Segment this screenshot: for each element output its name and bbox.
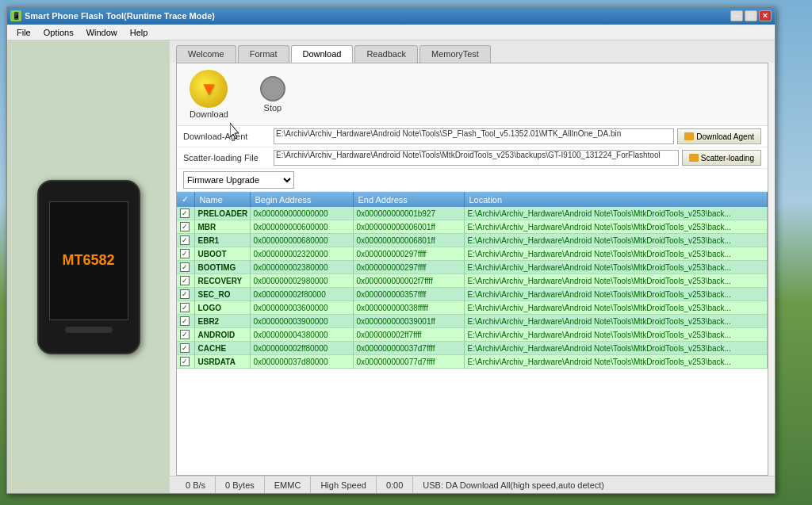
- download-agent-button[interactable]: Download Agent: [677, 128, 761, 144]
- row-end: 0x000000000357ffff: [353, 288, 464, 301]
- row-checkbox[interactable]: ✓: [177, 355, 194, 369]
- col-begin: Begin Address: [250, 192, 353, 207]
- table-row: ✓ ANDROID 0x000000004380000 0x000000002f…: [177, 328, 768, 342]
- status-mode: High Speed: [311, 476, 377, 493]
- row-location: E:\Archiv\Archiv_Hardware\Android Note\T…: [464, 220, 768, 234]
- table-row: ✓ BOOTIMG 0x000000002380000 0x0000000002…: [177, 261, 768, 274]
- table-row: ✓ EBR1 0x000000000680000 0x0000000000068…: [177, 234, 768, 247]
- window-title: Smart Phone Flash Tool(Runtime Trace Mod…: [25, 11, 730, 21]
- phone-panel: MT6582: [7, 40, 170, 493]
- row-name: CACHE: [194, 342, 250, 355]
- tab-readback[interactable]: Readback: [354, 45, 418, 63]
- status-time: 0:00: [377, 476, 413, 493]
- table-row: ✓ MBR 0x000000000600000 0x00000000000600…: [177, 220, 768, 234]
- download-agent-label: Download-Agent: [183, 132, 270, 141]
- partition-table-element: ✓ Name Begin Address End Address Locatio…: [177, 192, 768, 369]
- status-storage: EMMC: [265, 476, 312, 493]
- app-icon: 📱: [10, 10, 21, 21]
- tab-bar: Welcome Format Download Readback MemoryT…: [170, 40, 775, 63]
- row-checkbox[interactable]: ✓: [177, 220, 194, 234]
- table-row: ✓ USRDATA 0x000000037d80000 0x0000000000…: [177, 355, 768, 369]
- status-usb: USB: DA Download All(high speed,auto det…: [413, 476, 768, 493]
- minimize-button[interactable]: ─: [730, 10, 743, 21]
- stop-circle: [260, 76, 285, 101]
- download-agent-input[interactable]: E:\Archiv\Archiv_Hardware\Android Note\T…: [274, 128, 674, 144]
- row-checkbox[interactable]: ✓: [177, 342, 194, 355]
- status-speed: 0 B/s: [176, 476, 216, 493]
- row-checkbox[interactable]: ✓: [177, 301, 194, 315]
- phone-screen: MT6582: [49, 201, 128, 320]
- row-location: E:\Archiv\Archiv_Hardware\Android Note\T…: [464, 234, 768, 247]
- folder-icon: [684, 132, 694, 140]
- row-checkbox[interactable]: ✓: [177, 288, 194, 301]
- content-area: MT6582 Welcome Format Download Readback …: [7, 40, 775, 493]
- scatter-loading-input[interactable]: E:\Archiv\Archiv_Hardware\Android Note\T…: [274, 150, 679, 166]
- title-bar: 📱 Smart Phone Flash Tool(Runtime Trace M…: [7, 7, 775, 25]
- scatter-loading-button[interactable]: Scatter-loading: [682, 150, 761, 166]
- row-begin: 0x000000000600000: [250, 220, 353, 234]
- tab-memorytest[interactable]: MemoryTest: [419, 45, 491, 63]
- row-name: EBR2: [194, 315, 250, 328]
- firmware-select[interactable]: Firmware Upgrade: [183, 171, 294, 189]
- row-end: 0x000000000006801ff: [353, 234, 464, 247]
- download-action[interactable]: ▼ Download: [190, 70, 228, 119]
- row-location: E:\Archiv\Archiv_Hardware\Android Note\T…: [464, 301, 768, 315]
- table-row: ✓ CACHE 0x000000002ff80000 0x00000000003…: [177, 342, 768, 355]
- maximize-button[interactable]: □: [745, 10, 757, 21]
- row-checkbox[interactable]: ✓: [177, 234, 194, 247]
- phone-device: MT6582: [37, 180, 140, 354]
- row-end: 0x000000000006001ff: [353, 220, 464, 234]
- row-end: 0x000000000297ffff: [353, 247, 464, 261]
- menu-file[interactable]: File: [10, 26, 37, 39]
- menu-bar: File Options Window Help: [7, 25, 775, 40]
- table-header-row: ✓ Name Begin Address End Address Locatio…: [177, 192, 768, 207]
- row-end: 0x000000000037d7ffff: [353, 342, 464, 355]
- status-bar: 0 B/s 0 Bytes EMMC High Speed 0:00 USB: …: [170, 476, 775, 493]
- menu-help[interactable]: Help: [124, 26, 155, 39]
- row-checkbox[interactable]: ✓: [177, 328, 194, 342]
- row-location: E:\Archiv\Archiv_Hardware\Android Note\T…: [464, 207, 768, 220]
- tab-welcome[interactable]: Welcome: [176, 45, 236, 63]
- row-end: 0x000000000038fffff: [353, 301, 464, 315]
- row-name: MBR: [194, 220, 250, 234]
- menu-window[interactable]: Window: [80, 26, 124, 39]
- tool-content: ▼ Download Stop Download-Agent E:\Archiv…: [176, 63, 768, 476]
- col-end: End Address: [353, 192, 464, 207]
- stop-action[interactable]: Stop: [260, 76, 285, 113]
- row-begin: 0x000000003600000: [250, 301, 353, 315]
- row-name: LOGO: [194, 301, 250, 315]
- row-checkbox[interactable]: ✓: [177, 274, 194, 288]
- download-agent-row: Download-Agent E:\Archiv\Archiv_Hardware…: [177, 126, 768, 147]
- col-location: Location: [464, 192, 768, 207]
- tab-download[interactable]: Download: [291, 45, 354, 63]
- tab-format[interactable]: Format: [238, 45, 289, 63]
- row-checkbox[interactable]: ✓: [177, 315, 194, 328]
- scatter-loading-label: Scatter-loading File: [183, 153, 270, 163]
- row-checkbox[interactable]: ✓: [177, 261, 194, 274]
- row-name: PRELOADER: [194, 207, 250, 220]
- row-end: 0x000000000039001ff: [353, 315, 464, 328]
- main-window: 📱 Smart Phone Flash Tool(Runtime Trace M…: [6, 6, 776, 494]
- row-name: ANDROID: [194, 328, 250, 342]
- row-checkbox[interactable]: ✓: [177, 247, 194, 261]
- close-button[interactable]: ✕: [759, 10, 772, 21]
- row-name: RECOVERY: [194, 274, 250, 288]
- row-begin: 0x000000000000000: [250, 207, 353, 220]
- firmware-row: Firmware Upgrade: [177, 169, 768, 192]
- menu-options[interactable]: Options: [37, 26, 80, 39]
- row-end: 0x000000000002f7ffff: [353, 274, 464, 288]
- row-begin: 0x000000002380000: [250, 261, 353, 274]
- row-name: EBR1: [194, 234, 250, 247]
- row-end: 0x000000002ff7ffff: [353, 328, 464, 342]
- row-begin: 0x000000000680000: [250, 234, 353, 247]
- row-checkbox[interactable]: ✓: [177, 207, 194, 220]
- phone-model-label: MT6582: [62, 252, 114, 269]
- row-name: BOOTIMG: [194, 261, 250, 274]
- download-arrow-icon: ▼: [200, 79, 219, 98]
- row-begin: 0x000000002ff80000: [250, 342, 353, 355]
- row-location: E:\Archiv\Archiv_Hardware\Android Note\T…: [464, 342, 768, 355]
- col-checkbox: ✓: [177, 192, 194, 207]
- table-row: ✓ PRELOADER 0x000000000000000 0x00000000…: [177, 207, 768, 220]
- action-row: ▼ Download Stop: [177, 63, 768, 126]
- row-begin: 0x000000003900000: [250, 315, 353, 328]
